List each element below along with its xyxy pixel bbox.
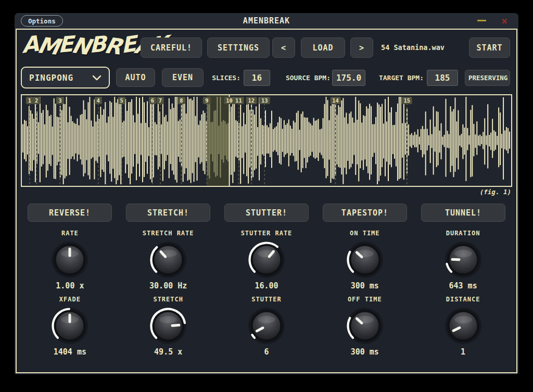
knob-label-stutter: STUTTER [251, 296, 282, 303]
knob-value-stretch-rate: 30.00 Hz [149, 282, 187, 290]
chevron-down-icon [92, 75, 101, 81]
knob-group-xfade: XFADE 1404 ms [21, 296, 119, 357]
prev-sample-button[interactable]: < [272, 37, 295, 58]
load-button[interactable]: LOAD [301, 37, 345, 58]
knob-row-2: XFADE 1404 msSTRETCH 49.5 xSTUTTER 6OFF … [17, 296, 516, 357]
slice-marker-9[interactable]: 9 [203, 97, 210, 104]
knob-label-on-time: ON TIME [350, 230, 380, 237]
auto-button[interactable]: AUTO [116, 68, 155, 87]
knob-value-off-time: 300 ms [351, 348, 379, 357]
knob-group-rate: RATE 1.00 x [21, 230, 119, 290]
mode-dropdown-value: PINGPONG [29, 73, 92, 83]
knob-label-rate: RATE [61, 230, 79, 237]
knob-value-stutter-rate: 16.00 [255, 282, 278, 290]
knob-group-distance: DISTANCE 1 [414, 296, 512, 357]
effects-row: REVERSE!STRETCH!STUTTER!TAPESTOP!TUNNEL! [17, 204, 516, 222]
slice-marker-7[interactable]: 7 [157, 97, 164, 104]
loaded-filename: 54 Satanina.wav [374, 37, 452, 58]
knob-value-duration: 643 ms [449, 282, 477, 290]
app-window: Options AMENBREAK × AMENBREAK CAREFUL! S… [15, 13, 518, 374]
knob-distance[interactable] [443, 306, 483, 346]
tunnel-button[interactable]: TUNNEL! [421, 204, 505, 222]
knob-group-stutter: STUTTER 6 [218, 296, 316, 357]
knob-value-rate: 1.00 x [56, 282, 84, 290]
slice-marker-14[interactable]: 14 [330, 97, 341, 104]
slice-marker-8[interactable]: 8 [177, 97, 185, 104]
controls-row: PINGPONG AUTO EVEN SLICES: 16 SOURCE BPM… [17, 67, 516, 94]
mode-dropdown[interactable]: PINGPONG [21, 67, 110, 88]
knob-value-stutter: 6 [264, 348, 269, 357]
source-bpm-label: SOURCE BPM: [283, 74, 331, 82]
knob-rate[interactable] [50, 240, 90, 280]
slice-marker-11[interactable]: 11 [233, 97, 244, 104]
header-row: AMENBREAK CAREFUL! SETTINGS < LOAD > 54 … [17, 30, 516, 67]
knob-group-stretch: STRETCH 49.5 x [119, 296, 218, 357]
knob-group-stutter-rate: STUTTER RATE 16.00 [218, 230, 316, 290]
titlebar: Options AMENBREAK × [15, 13, 518, 29]
knob-value-xfade: 1404 ms [54, 348, 86, 357]
window-title: AMENBREAK [15, 13, 518, 29]
knob-label-off-time: OFF TIME [348, 296, 382, 303]
logo-letter: M [35, 31, 61, 62]
reverse-button[interactable]: REVERSE! [28, 204, 112, 222]
slice-marker-5[interactable]: 5 [118, 97, 125, 104]
waveform-display[interactable]: 123456789101112131415 [21, 94, 512, 187]
start-button[interactable]: START [469, 37, 510, 58]
slices-label: SLICES: [196, 74, 240, 82]
knob-label-duration: DURATION [446, 230, 480, 237]
knob-group-off-time: OFF TIME 300 ms [315, 296, 414, 357]
slice-marker-6[interactable]: 6 [149, 97, 156, 104]
slices-value-field[interactable]: 16 [244, 70, 270, 86]
knob-row-1: RATE 1.00 xSTRETCH RATE 30.00 HzSTUTTER … [17, 230, 516, 290]
knob-stutter-rate[interactable] [247, 240, 286, 280]
knob-value-stretch: 49.5 x [154, 348, 182, 357]
knob-group-duration: DURATION 643 ms [414, 230, 512, 290]
knob-off-time[interactable] [345, 306, 385, 346]
figure-caption: (fig. 1) [17, 188, 511, 197]
settings-button[interactable]: SETTINGS [207, 37, 270, 58]
next-sample-button[interactable]: > [350, 37, 373, 58]
knob-label-distance: DISTANCE [446, 296, 480, 303]
slice-marker-3[interactable]: 3 [56, 97, 64, 104]
slice-marker-12[interactable]: 12 [246, 97, 257, 104]
slice-marker-15[interactable]: 15 [401, 97, 412, 104]
knob-label-xfade: XFADE [59, 296, 81, 303]
knob-label-stretch-rate: STRETCH RATE [143, 230, 194, 237]
preserving-button[interactable]: PRESERVING [465, 70, 510, 86]
source-bpm-field[interactable]: 175.0 [332, 70, 365, 86]
stutter-button[interactable]: STUTTER! [224, 204, 309, 222]
waveform-graphic [22, 95, 511, 186]
tapestop-button[interactable]: TAPESTOP! [323, 204, 407, 222]
knob-stutter[interactable] [247, 306, 286, 346]
target-bpm-field[interactable]: 185 [427, 70, 458, 86]
knob-group-stretch-rate: STRETCH RATE 30.00 Hz [119, 230, 218, 290]
knob-on-time[interactable] [345, 240, 385, 280]
knob-value-on-time: 300 ms [351, 282, 379, 290]
knob-value-distance: 1 [461, 348, 465, 357]
close-icon[interactable]: × [499, 14, 510, 28]
knob-stretch-rate[interactable] [148, 240, 188, 280]
slice-marker-2[interactable]: 2 [33, 97, 40, 104]
slice-marker-4[interactable]: 4 [94, 97, 101, 104]
minimize-icon[interactable] [477, 20, 486, 21]
screen: Options AMENBREAK × AMENBREAK CAREFUL! S… [0, 0, 533, 392]
knob-stretch[interactable] [148, 306, 188, 346]
knob-group-on-time: ON TIME 300 ms [315, 230, 414, 290]
knob-label-stretch: STRETCH [153, 296, 183, 303]
stretch-button[interactable]: STRETCH! [126, 204, 210, 222]
careful-button[interactable]: CAREFUL! [141, 37, 202, 58]
knob-duration[interactable] [443, 240, 483, 280]
slice-marker-13[interactable]: 13 [259, 97, 270, 104]
knob-xfade[interactable] [50, 306, 90, 346]
plugin-content: AMENBREAK CAREFUL! SETTINGS < LOAD > 54 … [16, 29, 517, 373]
knob-label-stutter-rate: STUTTER RATE [241, 230, 293, 237]
target-bpm-label: TARGET BPM: [378, 74, 424, 82]
